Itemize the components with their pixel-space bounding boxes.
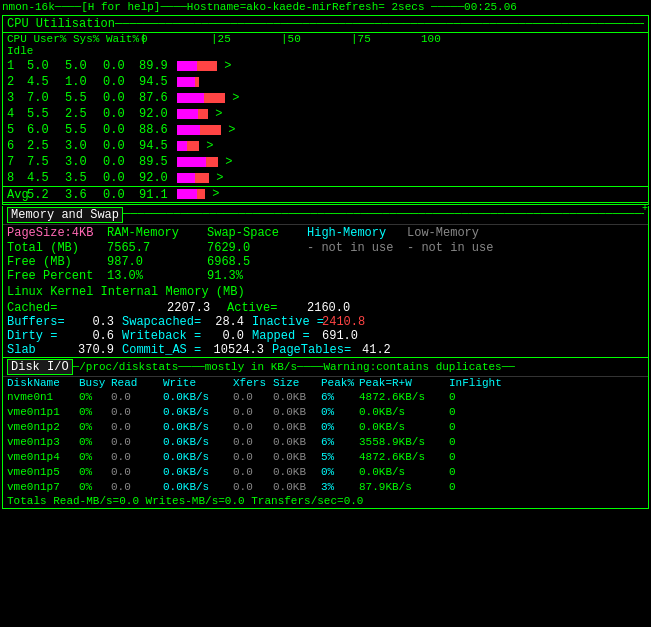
help-text: [H for help] — [81, 1, 160, 13]
d-busy: 0% — [79, 481, 111, 493]
d-write: 0.0KB/s — [163, 451, 233, 463]
d-peakrw: 0.0KB/s — [359, 466, 449, 478]
cached-label: Cached= — [7, 301, 167, 315]
d-read: 0.0 — [111, 466, 163, 478]
d-peak: 0% — [321, 466, 359, 478]
d-peakrw: 3558.9KB/s — [359, 436, 449, 448]
row-idle: 94.5 — [139, 75, 177, 89]
row-user: 2.5 — [27, 139, 65, 153]
scale-50: |50 — [281, 33, 351, 57]
freepct-label: Free Percent — [7, 269, 97, 283]
swapcached-label: Swapcached= — [122, 315, 212, 329]
avg-label: Avg — [7, 188, 27, 202]
avg-bar: > — [177, 187, 219, 201]
disk-rows: nvme0n1 0% 0.0 0.0KB/s 0.0 0.0KB 6% 4872… — [3, 389, 648, 494]
scale-25: |25 — [211, 33, 281, 57]
row-idle: 89.5 — [139, 155, 177, 169]
row-num: 1 — [7, 59, 27, 73]
memory-section: Memory and Swap ────────────────────────… — [2, 206, 649, 358]
dh-busy: Busy — [79, 377, 111, 389]
inactive-label: Inactive = — [252, 315, 322, 329]
mem-title-label: Memory and Swap — [7, 207, 123, 223]
d-xfers: 0.0 — [233, 451, 273, 463]
disk-title-bar: Disk I/O ─/proc/diskstats────mostly in K… — [3, 358, 648, 377]
total-swap: 7629.0 — [207, 241, 297, 255]
total-label: Total (MB) — [7, 241, 97, 255]
mem-title-border: ────────────────────────────────────────… — [123, 207, 644, 223]
cpu-row: 8 4.5 3.5 0.0 92.0 > — [3, 170, 648, 186]
scale-75: |75 — [351, 33, 421, 57]
d-peak: 6% — [321, 436, 359, 448]
row-sys: 5.5 — [65, 123, 103, 137]
avg-sys: 3.6 — [65, 188, 103, 202]
row-bar: > — [177, 91, 239, 105]
row-sys: 5.0 — [65, 59, 103, 73]
row-num: 7 — [7, 155, 27, 169]
row-wait: 0.0 — [103, 123, 139, 137]
disk-row: vme0n1p1 0% 0.0 0.0KB/s 0.0 0.0KB 0% 0.0… — [3, 404, 648, 419]
dh-peak: Peak% — [321, 377, 359, 389]
row-sys: 1.0 — [65, 75, 103, 89]
swap-label: Swap-Space — [207, 226, 297, 240]
writeback-val: 0.0 — [212, 329, 252, 343]
cpu-title: CPU Utilisation — [7, 17, 115, 31]
disk-row: nvme0n1 0% 0.0 0.0KB/s 0.0 0.0KB 6% 4872… — [3, 389, 648, 404]
active-val: 2160.0 — [307, 301, 350, 315]
row-sys: 3.0 — [65, 139, 103, 153]
cpu-header-labels: CPU User% Sys% Wait% Idle — [7, 33, 140, 57]
cpu-bottom-border: + — [3, 202, 648, 204]
d-xfers: 0.0 — [233, 436, 273, 448]
mapped-label: Mapped = — [252, 329, 322, 343]
d-xfers: 0.0 — [233, 466, 273, 478]
row-user: 7.0 — [27, 91, 65, 105]
kernel-dirty-row: Dirty = 0.6 Writeback = 0.0 Mapped = 691… — [3, 329, 648, 343]
inactive-val: 2410.8 — [322, 315, 365, 329]
d-xfers: 0.0 — [233, 421, 273, 433]
separator1: ──── — [55, 1, 81, 13]
d-size: 0.0KB — [273, 391, 321, 403]
mem-title-bar: Memory and Swap ────────────────────────… — [3, 206, 648, 225]
cpu-row: 4 5.5 2.5 0.0 92.0 > — [3, 106, 648, 122]
d-name: nvme0n1 — [7, 391, 79, 403]
d-name: vme0n1p1 — [7, 406, 79, 418]
row-bar: > — [177, 123, 235, 137]
cpu-avg-row: Avg 5.2 3.6 0.0 91.1 > — [3, 186, 648, 202]
row-wait: 0.0 — [103, 155, 139, 169]
disk-totals: Totals Read-MB/s=0.0 Writes-MB/s=0.0 Tra… — [3, 494, 648, 508]
avg-user: 5.2 — [27, 188, 65, 202]
pagetables-label: PageTables= — [272, 343, 362, 357]
cpu-row: 5 6.0 5.5 0.0 88.6 > — [3, 122, 648, 138]
row-wait: 0.0 — [103, 171, 139, 185]
d-peakrw: 4872.6KB/s — [359, 391, 449, 403]
d-peakrw: 0.0KB/s — [359, 406, 449, 418]
disk-label: Disk I/O — [7, 359, 73, 375]
time-text: 00:25.06 — [464, 1, 517, 13]
row-user: 4.5 — [27, 171, 65, 185]
d-inflight: 0 — [449, 466, 456, 478]
dh-inflight: InFlight — [449, 377, 502, 389]
d-peakrw: 0.0KB/s — [359, 421, 449, 433]
d-xfers: 0.0 — [233, 481, 273, 493]
cpu-title-row: CPU Utilisation ────────────────────────… — [3, 16, 648, 33]
row-user: 6.0 — [27, 123, 65, 137]
refresh-text: Refresh= 2secs — [332, 1, 424, 13]
row-num: 4 — [7, 107, 27, 121]
d-name: vme0n1p5 — [7, 466, 79, 478]
d-peakrw: 87.9KB/s — [359, 481, 449, 493]
free-swap: 6968.5 — [207, 255, 297, 269]
high-label: High-Memory — [307, 226, 397, 240]
d-busy: 0% — [79, 391, 111, 403]
cpu-row: 1 5.0 5.0 0.0 89.9 > — [3, 58, 648, 74]
scale-100: 100 — [421, 33, 441, 57]
d-xfers: 0.0 — [233, 391, 273, 403]
d-name: vme0n1p2 — [7, 421, 79, 433]
d-peak: 0% — [321, 421, 359, 433]
d-busy: 0% — [79, 406, 111, 418]
swapcached-val: 28.4 — [212, 315, 252, 329]
row-idle: 87.6 — [139, 91, 177, 105]
d-busy: 0% — [79, 436, 111, 448]
cpu-row: 6 2.5 3.0 0.0 94.5 > — [3, 138, 648, 154]
free-ram: 987.0 — [107, 255, 197, 269]
dh-peakrw: Peak=R+W — [359, 377, 449, 389]
separator2: ──── — [160, 1, 186, 13]
